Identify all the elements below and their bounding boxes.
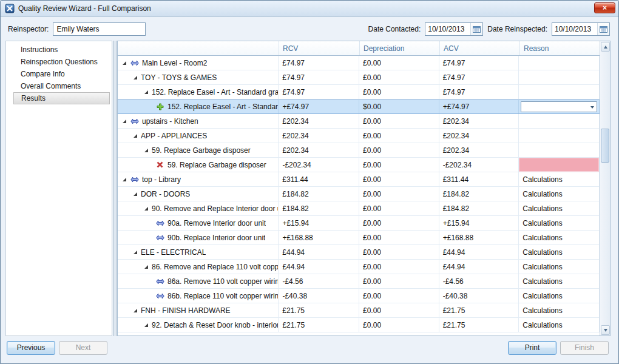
table-row[interactable]: top - Library£311.44£0.00£311.44Calculat… — [118, 172, 600, 187]
chevron-down-icon — [590, 106, 594, 109]
date-reinspected-input[interactable] — [552, 24, 597, 35]
sidebar-item-results[interactable]: Results — [13, 92, 110, 104]
plus-icon — [155, 103, 164, 111]
acv-cell: £21.75 — [439, 318, 519, 332]
date-reinspected-calendar-button[interactable] — [597, 23, 609, 35]
acv-cell: £184.82 — [439, 187, 519, 201]
table-row[interactable]: 92. Detach & Reset Door knob - interior£… — [118, 318, 600, 332]
dep-cell: £0.00 — [359, 231, 439, 244]
arrow-down-icon — [604, 329, 607, 332]
table-row[interactable]: FNH - FINISH HARDWARE£21.75£0.00£21.75Ca… — [118, 303, 600, 318]
rcv-cell: -£40.38 — [279, 289, 359, 303]
date-contacted-label: Date Contacted: — [368, 25, 421, 33]
sidebar-splitter[interactable] — [113, 41, 117, 336]
dep-cell: £0.00 — [359, 260, 439, 274]
expander-icon[interactable] — [134, 251, 137, 254]
table-row[interactable]: 86a. Remove 110 volt copper wiring-£4.56… — [118, 274, 600, 289]
rcv-cell: £74.97 — [279, 85, 359, 99]
tree-cell: 86. Remove and Replace 110 volt copper w… — [118, 260, 279, 274]
scroll-up-button[interactable] — [601, 42, 610, 52]
swap-icon — [155, 292, 164, 300]
row-label: upstairs - Kitchen — [142, 117, 198, 126]
table-row[interactable]: 90a. Remove Interior door unit+£15.94£0.… — [118, 216, 600, 231]
table-row[interactable]: upstairs - Kitchen£202.34£0.00£202.34 — [118, 114, 600, 129]
row-label: 86b. Replace 110 volt copper wiring — [167, 292, 278, 300]
scrollbar-thumb[interactable] — [601, 129, 609, 163]
dep-cell: £0.00 — [359, 56, 439, 70]
expander-icon[interactable] — [144, 323, 148, 327]
swap-icon — [155, 277, 164, 285]
date-contacted-input[interactable] — [425, 24, 470, 35]
table-row[interactable]: 90b. Replace Interior door unit+£168.88£… — [118, 231, 600, 245]
reason-cell: Calculations — [519, 172, 600, 186]
table-row[interactable]: 152. Replace Easel - Art - Standard grad… — [118, 99, 600, 114]
column-header-tree[interactable] — [118, 41, 279, 55]
reason-cell — [519, 129, 600, 143]
date-reinspected-label: Date Reinspected: — [487, 25, 547, 33]
rcv-cell: £202.34 — [279, 143, 359, 157]
date-reinspected-field — [552, 22, 610, 36]
grid-body: Main Level - Room2£74.97£0.00£74.97TOY -… — [118, 56, 600, 335]
dep-cell: £0.00 — [359, 303, 439, 317]
expander-icon[interactable] — [144, 265, 148, 269]
expander-icon[interactable] — [123, 178, 126, 181]
rcv-cell: +£168.88 — [279, 231, 359, 244]
sidebar-item-overall-comments[interactable]: Overall Comments — [13, 80, 110, 92]
column-header-rcv[interactable]: RCV — [279, 41, 360, 55]
rcv-cell: £44.94 — [279, 260, 359, 274]
dep-cell: £0.00 — [359, 318, 439, 332]
rcv-cell: £74.97 — [279, 56, 359, 70]
table-row[interactable]: APP - APPLIANCES£202.34£0.00£202.34 — [118, 129, 600, 143]
tree-cell: 59. Replace Garbage disposer — [118, 158, 279, 172]
previous-button[interactable]: Previous — [7, 341, 55, 355]
expander-icon[interactable] — [134, 192, 137, 196]
vertical-scrollbar[interactable] — [600, 41, 610, 335]
table-row[interactable]: TOY - TOYS & GAMES£74.97£0.00£74.97 — [118, 70, 600, 85]
table-row[interactable]: Main Level - Room2£74.97£0.00£74.97 — [118, 56, 600, 70]
column-header-reason[interactable]: Reason — [520, 41, 601, 55]
table-row[interactable]: 86. Remove and Replace 110 volt copper w… — [118, 260, 600, 274]
sidebar-item-instructions[interactable]: Instructions — [13, 44, 110, 56]
tree-cell: 59. Replace Garbage disposer — [118, 143, 279, 157]
sidebar-item-reinspection-questions[interactable]: Reinspection Questions — [13, 56, 110, 68]
table-row[interactable]: 59. Replace Garbage disposer-£202.34£0.0… — [118, 158, 600, 172]
expander-icon[interactable] — [134, 76, 137, 79]
row-label: 92. Detach & Reset Door knob - interior — [152, 321, 278, 329]
expander-icon[interactable] — [144, 207, 148, 211]
row-label: TOY - TOYS & GAMES — [141, 73, 217, 82]
expander-icon[interactable] — [123, 61, 126, 65]
tree-cell: 152. Replace Easel - Art - Standard grad… — [118, 100, 279, 113]
dep-cell: £0.00 — [359, 114, 439, 128]
print-button[interactable]: Print — [508, 341, 556, 355]
acv-cell: +£168.88 — [439, 231, 519, 244]
close-button[interactable]: × — [594, 2, 615, 13]
expander-icon[interactable] — [134, 309, 137, 312]
table-row[interactable]: 90. Remove and Replace Interior door uni… — [118, 201, 600, 216]
tree-cell: top - Library — [118, 172, 279, 186]
title-bar[interactable]: Quality Review Wizard - Full Comparison … — [1, 1, 618, 17]
date-contacted-calendar-button[interactable] — [470, 23, 482, 35]
table-row[interactable]: 86b. Replace 110 volt copper wiring-£40.… — [118, 289, 600, 303]
row-label: DOR - DOORS — [141, 190, 190, 198]
reason-cell: Calculations — [519, 187, 600, 201]
scroll-down-button[interactable] — [601, 325, 610, 335]
expander-icon[interactable] — [123, 120, 126, 123]
reason-cell: Calculations — [519, 245, 600, 259]
column-header-acv[interactable]: ACV — [440, 41, 520, 55]
reason-cell — [519, 85, 600, 99]
table-row[interactable]: ELE - ELECTRICAL£44.94£0.00£44.94Calcula… — [118, 245, 600, 260]
row-label: FNH - FINISH HARDWARE — [141, 306, 231, 315]
table-row[interactable]: DOR - DOORS£184.82£0.00£184.82Calculatio… — [118, 187, 600, 201]
row-label: 59. Replace Garbage disposer — [152, 146, 251, 155]
reinspector-input[interactable] — [53, 22, 146, 36]
column-header-depreciation[interactable]: Depreciation — [360, 41, 440, 55]
expander-icon[interactable] — [144, 90, 148, 94]
table-row[interactable]: 152. Replace Easel - Art - Standard grad… — [118, 85, 600, 99]
tree-cell: DOR - DOORS — [118, 187, 279, 201]
table-row[interactable]: 59. Replace Garbage disposer£202.34£0.00… — [118, 143, 600, 158]
expander-icon[interactable] — [134, 134, 137, 138]
rcv-cell: £21.75 — [279, 303, 359, 317]
expander-icon[interactable] — [144, 149, 148, 152]
reason-combobox[interactable] — [521, 101, 597, 112]
sidebar-item-compare-info[interactable]: Compare Info — [13, 68, 110, 80]
